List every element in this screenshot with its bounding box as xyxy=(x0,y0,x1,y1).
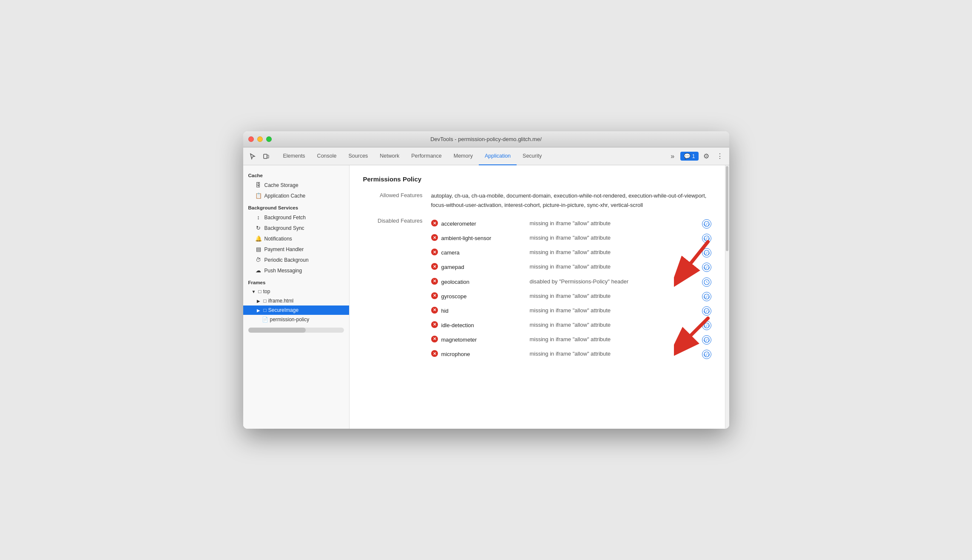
traffic-lights xyxy=(248,136,272,142)
feature-row-idle-detection: ✕ idle-detection missing in iframe "allo… xyxy=(431,318,711,333)
code-icon-btn[interactable]: </> xyxy=(702,234,711,243)
error-icon: ✕ xyxy=(431,263,438,270)
scrollbar-thumb xyxy=(726,166,728,251)
toolbar-right: » 💬 1 ⚙ ⋮ xyxy=(667,150,726,162)
feature-row-ambient-light-sensor: ✕ ambient-light-sensor missing in iframe… xyxy=(431,231,711,246)
cursor-icon xyxy=(249,153,256,160)
feature-name: geolocation xyxy=(441,277,526,287)
console-badge-btn[interactable]: 💬 1 xyxy=(680,152,699,161)
sidebar-item-application-cache[interactable]: 📋 Application Cache xyxy=(243,190,349,201)
tab-sources[interactable]: Sources xyxy=(342,147,374,165)
toolbar-icons xyxy=(247,150,272,162)
devtools-toolbar: Elements Console Sources Network Perform… xyxy=(243,147,729,165)
code-icon-btn[interactable]: </> xyxy=(702,306,711,316)
error-icon: ✕ xyxy=(431,336,438,342)
svg-text:</>: </> xyxy=(704,295,710,299)
console-icon: 💬 xyxy=(684,153,691,159)
gear-icon: ⚙ xyxy=(703,152,709,160)
code-icon-btn[interactable]: </> xyxy=(702,350,711,359)
settings-btn[interactable]: ⚙ xyxy=(700,150,712,162)
code-icon-btn[interactable]: </> xyxy=(702,263,711,272)
tab-performance[interactable]: Performance xyxy=(405,147,448,165)
disabled-features-value: ✕ accelerometer missing in iframe "allow… xyxy=(431,217,711,362)
svg-text:</>: </> xyxy=(704,237,710,241)
disabled-features-label: Disabled Features xyxy=(363,217,431,224)
app-cache-icon: 📋 xyxy=(255,192,262,199)
device-icon xyxy=(263,153,270,160)
minimize-button[interactable] xyxy=(257,136,263,142)
content-panel: Permissions Policy Allowed Features auto… xyxy=(350,165,725,429)
code-icon-btn[interactable]: </> xyxy=(702,248,711,257)
more-options-btn[interactable]: ⋮ xyxy=(714,150,726,162)
sidebar-item-cache-storage[interactable]: 🗄 Cache Storage xyxy=(243,180,349,190)
allowed-features-row: Allowed Features autoplay, ch-ua, ch-ua-… xyxy=(363,191,711,210)
sidebar-item-payment-handler[interactable]: ▤ Payment Handler xyxy=(243,244,349,255)
page-title: Permissions Policy xyxy=(363,175,711,183)
error-icon: ✕ xyxy=(431,234,438,241)
sidebar-scrollbar[interactable] xyxy=(248,328,344,333)
sidebar-item-background-sync[interactable]: ↻ Background Sync xyxy=(243,223,349,233)
tab-console[interactable]: Console xyxy=(311,147,343,165)
feature-name: accelerometer xyxy=(441,219,526,229)
frame-permission-policy[interactable]: 📄 permission-policy xyxy=(243,315,349,324)
disabled-features-list: ✕ accelerometer missing in iframe "allow… xyxy=(431,217,711,362)
sidebar: Cache 🗄 Cache Storage 📋 Application Cach… xyxy=(243,165,350,429)
window-title: DevTools - permission-policy-demo.glitch… xyxy=(430,136,542,142)
svg-text:</>: </> xyxy=(704,338,710,342)
feature-name: ambient-light-sensor xyxy=(441,234,526,243)
error-icon: ✕ xyxy=(431,307,438,314)
svg-text:</>: </> xyxy=(704,309,710,314)
cursor-icon-btn[interactable] xyxy=(247,150,259,162)
svg-text:</>: </> xyxy=(704,324,710,328)
clock-icon: ⏱ xyxy=(255,257,262,263)
main-content: Cache 🗄 Cache Storage 📋 Application Cach… xyxy=(243,165,729,429)
feature-reason: missing in iframe "allow" attribute xyxy=(530,335,699,344)
tabs-bar: Elements Console Sources Network Perform… xyxy=(277,147,665,165)
feature-name: gyroscope xyxy=(441,292,526,301)
code-icon-btn[interactable]: </> xyxy=(702,335,711,345)
frame-iframe[interactable]: ▶ □ iframe.html xyxy=(243,296,349,305)
more-tabs-btn[interactable]: » xyxy=(667,150,679,162)
tab-security[interactable]: Security xyxy=(517,147,548,165)
tab-network[interactable]: Network xyxy=(374,147,405,165)
tab-memory[interactable]: Memory xyxy=(448,147,479,165)
feature-reason: missing in iframe "allow" attribute xyxy=(530,292,699,300)
code-icon-btn[interactable] xyxy=(702,277,711,287)
sidebar-item-periodic-background[interactable]: ⏱ Periodic Backgroun xyxy=(243,255,349,265)
feature-name: gamepad xyxy=(441,263,526,272)
svg-text:</>: </> xyxy=(704,251,710,255)
sidebar-item-background-fetch[interactable]: ↕ Background Fetch xyxy=(243,212,349,223)
code-icon-btn[interactable]: </> xyxy=(702,321,711,330)
content-scrollbar[interactable] xyxy=(725,165,729,429)
fetch-icon: ↕ xyxy=(255,214,262,221)
frame-top[interactable]: ▼ □ top xyxy=(243,287,349,296)
code-icon-btn[interactable]: </> xyxy=(702,292,711,301)
feature-row-accelerometer: ✕ accelerometer missing in iframe "allow… xyxy=(431,217,711,231)
bell-icon: 🔔 xyxy=(255,235,262,242)
maximize-button[interactable] xyxy=(266,136,272,142)
source-link-icon: </> xyxy=(704,221,710,227)
device-icon-btn[interactable] xyxy=(260,150,272,162)
error-icon: ✕ xyxy=(431,321,438,328)
title-bar: DevTools - permission-policy-demo.glitch… xyxy=(243,131,729,147)
feature-row-geolocation: ✕ geolocation disabled by "Permissions-P… xyxy=(431,275,711,289)
sidebar-item-push-messaging[interactable]: ☁ Push Messaging xyxy=(243,265,349,276)
feature-row-camera: ✕ camera missing in iframe "allow" attri… xyxy=(431,246,711,260)
chevron-down-icon: ▼ xyxy=(252,289,257,294)
feature-name: magnetometer xyxy=(441,335,526,345)
error-icon: ✕ xyxy=(431,220,438,226)
svg-text:</>: </> xyxy=(704,222,710,226)
code-icon-btn[interactable]: </> xyxy=(702,219,711,229)
close-button[interactable] xyxy=(248,136,254,142)
tab-application[interactable]: Application xyxy=(479,147,517,165)
cloud-icon: ☁ xyxy=(255,267,262,274)
chevron-right-icon: ▶ xyxy=(257,308,262,313)
sidebar-item-notifications[interactable]: 🔔 Notifications xyxy=(243,233,349,244)
allowed-features-value: autoplay, ch-ua, ch-ua-mobile, document-… xyxy=(431,191,711,210)
policy-table: Allowed Features autoplay, ch-ua, ch-ua-… xyxy=(363,191,711,362)
dots-icon: ⋮ xyxy=(716,152,723,160)
frame-secureimage[interactable]: ▶ □ SecureImage xyxy=(243,305,349,315)
tab-elements[interactable]: Elements xyxy=(277,147,311,165)
frame-icon: □ xyxy=(264,298,267,304)
content-wrapper: Permissions Policy Allowed Features auto… xyxy=(350,165,729,429)
